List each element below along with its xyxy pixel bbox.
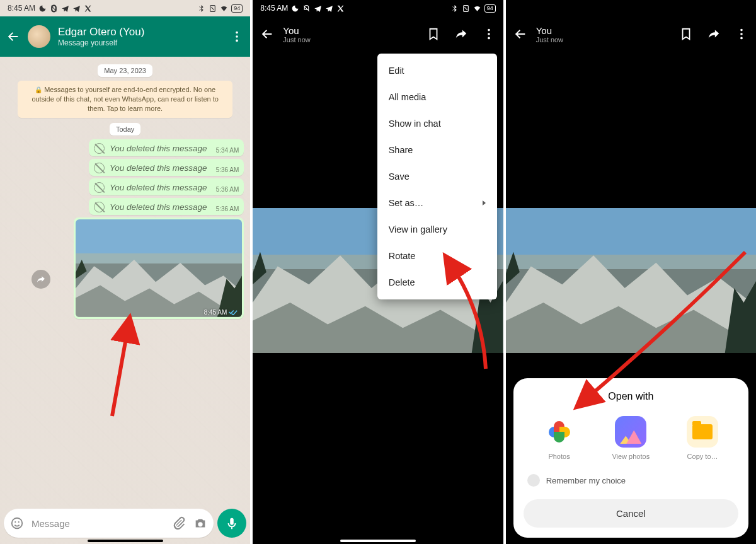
app-list: Photos View photos Copy to… [524, 416, 738, 460]
svg-point-1 [236, 32, 238, 34]
block-icon [94, 143, 105, 154]
block-icon [94, 182, 105, 193]
remember-choice[interactable]: Remember my choice [527, 474, 735, 487]
menu-set-as[interactable]: Set as… [377, 190, 497, 216]
viewer-title: You [536, 25, 670, 36]
viewer-title: You [283, 25, 417, 36]
input-bar: Message [4, 509, 246, 538]
svg-point-16 [488, 37, 490, 40]
panel-chat: 8:45 AM 94 Edgar Otero (You) Message you… [0, 0, 250, 544]
telegram-icon [314, 4, 322, 13]
deleted-message[interactable]: You deleted this message 5:36 AM [89, 198, 244, 215]
svg-point-9 [14, 521, 16, 523]
home-indicator [88, 540, 163, 542]
mic-button[interactable] [217, 509, 246, 538]
chat-subtitle: Message yourself [58, 38, 222, 47]
date-pill-today: Today [110, 123, 140, 136]
bluetooth-icon [450, 4, 459, 13]
bookmark-icon[interactable] [427, 27, 440, 41]
block-icon [94, 202, 105, 212]
block-icon [94, 163, 105, 173]
checkbox-icon[interactable] [527, 474, 540, 487]
viewer-subtitle: Just now [283, 36, 417, 43]
deleted-message[interactable]: You deleted this message 5:36 AM [89, 159, 244, 176]
svg-marker-20 [253, 252, 266, 284]
camera-icon[interactable] [193, 516, 207, 530]
message-image [76, 219, 242, 317]
message-input[interactable]: Message [4, 509, 214, 538]
moon-icon [38, 4, 47, 13]
status-time: 8:45 AM [260, 4, 288, 13]
menu-view-in-gallery[interactable]: View in gallery [377, 216, 497, 243]
status-time: 8:45 AM [8, 4, 35, 13]
share-icon[interactable] [454, 27, 468, 41]
bookmark-icon[interactable] [679, 27, 693, 41]
menu-all-media[interactable]: All media [377, 84, 497, 110]
dnd-icon [50, 4, 58, 13]
svg-marker-28 [506, 252, 520, 284]
read-ticks-icon [229, 309, 238, 315]
menu-save[interactable]: Save [377, 163, 497, 190]
menu-delete[interactable]: Delete [377, 269, 497, 296]
app-files[interactable]: Copy to… [677, 416, 728, 460]
back-icon[interactable] [260, 27, 274, 41]
menu-edit[interactable]: Edit [377, 57, 497, 84]
message-list: You deleted this message 5:34 AM You del… [6, 139, 244, 319]
x-icon [84, 4, 92, 13]
app-photos[interactable]: Photos [534, 416, 585, 460]
viewer-header: You Just now [253, 16, 503, 52]
status-bar: 8:45 AM 94 [253, 0, 503, 16]
chat-titles[interactable]: Edgar Otero (You) Message yourself [58, 26, 222, 47]
files-icon [687, 416, 718, 448]
more-icon[interactable] [482, 27, 496, 41]
app-gallery[interactable]: View photos [605, 416, 656, 460]
overflow-menu: Edit All media Show in chat Share Save S… [377, 54, 497, 299]
svg-point-24 [740, 37, 743, 40]
bluetooth-icon [197, 4, 205, 13]
deleted-message[interactable]: You deleted this message 5:36 AM [89, 178, 244, 195]
svg-point-3 [236, 40, 238, 42]
encryption-notice[interactable]: 🔒 Messages to yourself are end-to-end en… [18, 81, 232, 118]
back-icon[interactable] [6, 30, 20, 43]
forward-icon [36, 274, 46, 284]
menu-share[interactable]: Share [377, 137, 497, 163]
share-icon[interactable] [707, 27, 721, 41]
svg-point-22 [740, 29, 743, 32]
battery-icon: 94 [231, 4, 243, 13]
moon-icon [291, 4, 299, 13]
viewer-image[interactable] [506, 208, 756, 353]
lock-icon: 🔒 [35, 86, 42, 93]
avatar[interactable] [28, 25, 50, 48]
svg-point-23 [740, 33, 743, 35]
telegram-icon-2 [72, 4, 81, 13]
telegram-icon [61, 4, 69, 13]
chat-body: May 23, 2023 🔒 Messages to yourself are … [0, 57, 250, 544]
wifi-icon [220, 4, 228, 13]
back-icon[interactable] [513, 27, 527, 41]
cancel-button[interactable]: Cancel [524, 499, 738, 528]
chat-header: Edgar Otero (You) Message yourself [0, 16, 250, 57]
svg-point-10 [18, 521, 20, 523]
emoji-icon[interactable] [10, 516, 24, 530]
nosim-icon [462, 4, 470, 13]
image-message[interactable]: 8:45 AM [74, 217, 244, 319]
menu-show-in-chat[interactable]: Show in chat [377, 110, 497, 137]
svg-point-8 [12, 518, 23, 529]
chevron-right-icon [483, 200, 486, 205]
nosim-icon [209, 4, 217, 13]
more-icon[interactable] [735, 27, 748, 41]
svg-point-15 [488, 33, 490, 35]
more-icon[interactable] [230, 30, 244, 43]
chat-title: Edgar Otero (You) [58, 26, 222, 38]
battery-icon: 94 [484, 4, 496, 13]
svg-marker-7 [76, 260, 87, 279]
date-pill: May 23, 2023 [98, 64, 152, 77]
menu-rotate[interactable]: Rotate [377, 243, 497, 269]
gallery-icon [615, 416, 646, 448]
deleted-message[interactable]: You deleted this message 5:34 AM [89, 139, 244, 156]
viewer-header: You Just now [506, 0, 756, 52]
svg-point-14 [488, 29, 490, 32]
sheet-title: Open with [524, 391, 738, 402]
attach-icon[interactable] [172, 516, 186, 530]
forward-button[interactable] [32, 270, 50, 289]
